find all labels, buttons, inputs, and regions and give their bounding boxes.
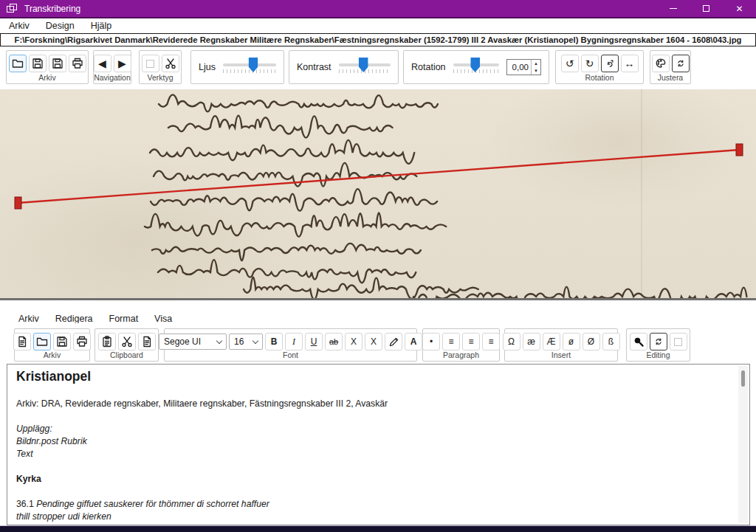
open-file-button[interactable] — [9, 55, 27, 72]
font-family-select[interactable]: Segoe UI — [159, 334, 227, 350]
transcription-editor[interactable]: Kristianopel Arkiv: DRA, Reviderade regn… — [7, 364, 750, 525]
editor-menu-format[interactable]: Format — [109, 314, 139, 324]
selection-icon — [146, 60, 154, 68]
insert-o-slash-button[interactable]: ø — [563, 333, 580, 350]
scissors-icon — [121, 336, 133, 348]
find-button[interactable] — [630, 333, 647, 350]
folder-icon — [36, 336, 48, 348]
select-mode-button[interactable] — [670, 333, 687, 350]
save-as-icon — [52, 58, 63, 69]
align-right-button[interactable]: ≡ — [482, 333, 500, 350]
menu-hjalp[interactable]: Hjälp — [91, 21, 112, 31]
window-bottom-edge — [0, 525, 756, 532]
editor-scrollbar[interactable] — [738, 366, 748, 523]
rotate-cw-button[interactable]: ↻ — [581, 55, 599, 72]
ed-group-font: Segoe UI 16 B I U ab X X A Font — [164, 328, 417, 362]
cut-button[interactable] — [118, 333, 136, 350]
font-family-value: Segoe UI — [164, 336, 213, 347]
guide-line[interactable] — [18, 150, 740, 203]
open-document-button[interactable] — [33, 333, 51, 350]
font-size-value: 16 — [234, 336, 249, 347]
pencil-icon — [388, 336, 399, 348]
guide-handle-left[interactable] — [15, 197, 21, 209]
next-image-button[interactable]: ▶ — [114, 55, 131, 72]
save-button[interactable] — [29, 55, 47, 72]
menu-arkiv[interactable]: Arkiv — [9, 21, 30, 31]
strikethrough-button[interactable]: ab — [325, 333, 343, 350]
save-icon — [56, 336, 68, 348]
copy-icon — [141, 336, 153, 348]
maximize-button[interactable] — [690, 0, 723, 17]
replace-button[interactable] — [650, 333, 667, 350]
group-justera-label: Justera — [658, 73, 683, 82]
editor-scrollbar-thumb[interactable] — [741, 370, 745, 387]
editor-menu-redigera[interactable]: Redigera — [55, 314, 93, 324]
insert-omega-button[interactable]: Ω — [503, 333, 520, 350]
rotate-box-icon — [605, 58, 615, 69]
bold-button[interactable]: B — [265, 333, 283, 350]
new-document-button[interactable] — [13, 333, 31, 350]
insert-O-slash-button[interactable]: Ø — [583, 333, 600, 350]
underline-button[interactable]: U — [305, 333, 323, 350]
group-rotation-slider: Rotation 0,00 ▲ ▼ — [403, 50, 549, 84]
auto-adjust-button[interactable] — [672, 55, 690, 72]
rotate-ccw-button[interactable]: ↺ — [561, 55, 579, 72]
insert-eszett-button[interactable]: ß — [602, 333, 620, 350]
brightness-slider[interactable] — [223, 56, 276, 78]
subscript-button[interactable]: X — [365, 333, 382, 350]
minimize-button[interactable] — [656, 0, 690, 17]
group-navigation-label: Navigation — [94, 73, 131, 82]
doc-text-label: Text — [16, 448, 732, 460]
selection-tool-button[interactable] — [142, 55, 159, 72]
window-title: Transkribering — [24, 4, 80, 14]
flip-horizontal-button[interactable]: ↔ — [621, 55, 639, 72]
contrast-slider[interactable] — [339, 56, 391, 78]
close-button[interactable]: ✕ — [723, 0, 756, 17]
print-button[interactable] — [69, 55, 86, 72]
font-color-button[interactable]: A — [405, 333, 422, 350]
print-document-button[interactable] — [73, 333, 91, 350]
guide-handle-right[interactable] — [736, 144, 743, 156]
copy-button[interactable] — [138, 333, 156, 350]
color-adjust-button[interactable] — [652, 55, 670, 72]
group-rotation-label: Rotation — [585, 73, 614, 82]
ed-group-font-label: Font — [283, 350, 298, 359]
guide-line-overlay — [15, 144, 743, 209]
rotation-spin-down[interactable]: ▼ — [532, 67, 540, 75]
ed-group-clipboard: Clipboard — [94, 328, 159, 362]
align-center-icon: ≡ — [468, 336, 473, 347]
group-rotation-buttons: ↺ ↻ ↔ Rotation — [555, 50, 644, 84]
insert-AE-button[interactable]: Æ — [543, 333, 560, 350]
doc-entry-line: 36.1 Pendinge giffuet sauskerer för thöm… — [16, 498, 732, 511]
doc-entry-text: Pendinge giffuet sauskerer för thömmer d… — [36, 499, 269, 509]
rotation-slider[interactable] — [453, 56, 499, 78]
doc-title: Kristianopel — [16, 369, 732, 385]
align-center-button[interactable]: ≡ — [462, 333, 480, 350]
editor-menu-arkiv[interactable]: Arkiv — [18, 314, 39, 324]
rotation-spin-up[interactable]: ▲ — [532, 60, 540, 67]
doc-entry-number: 36.1 — [16, 499, 34, 509]
ljus-label: Ljus — [199, 62, 216, 72]
font-size-select[interactable]: 16 — [229, 334, 263, 350]
italic-button[interactable]: I — [285, 333, 303, 350]
save-as-button[interactable] — [49, 55, 66, 72]
editor-menu-visa[interactable]: Visa — [154, 314, 172, 324]
save-document-button[interactable] — [53, 333, 71, 350]
superscript-button[interactable]: X — [345, 333, 362, 350]
rotation-spinbox[interactable]: 0,00 ▲ ▼ — [506, 59, 541, 75]
highlight-button[interactable] — [385, 333, 402, 350]
rotate-90-button[interactable] — [601, 55, 619, 72]
bullet-list-button[interactable]: • — [422, 333, 440, 350]
menu-design[interactable]: Design — [46, 21, 75, 31]
crop-tool-button[interactable] — [162, 55, 179, 72]
previous-image-button[interactable]: ◀ — [94, 55, 111, 72]
paste-button[interactable] — [98, 333, 116, 350]
align-left-button[interactable]: ≡ — [442, 333, 460, 350]
pane-splitter[interactable] — [0, 298, 756, 300]
rotation-value[interactable]: 0,00 — [507, 60, 531, 75]
ed-group-insert-label: Insert — [551, 350, 571, 359]
chevron-down-icon — [216, 337, 222, 343]
manuscript-viewer[interactable] — [0, 89, 756, 298]
editor-toolbar: Arkiv Clipboard Segoe UI 16 B — [0, 323, 756, 364]
insert-ae-button[interactable]: æ — [523, 333, 540, 350]
